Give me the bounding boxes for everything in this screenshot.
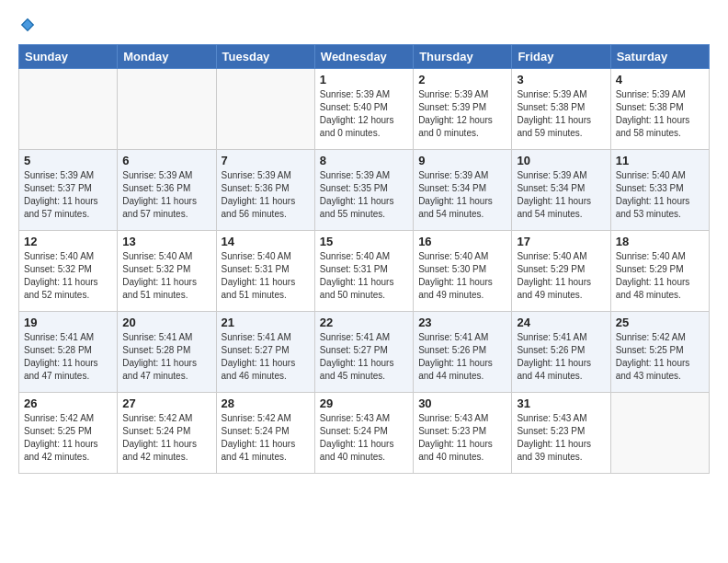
day-number: 4: [616, 73, 704, 86]
day-number: 2: [418, 73, 506, 86]
calendar-week-row: 5Sunrise: 5:39 AM Sunset: 5:37 PM Daylig…: [19, 150, 710, 231]
cell-info: Sunrise: 5:42 AM Sunset: 5:24 PM Dayligh…: [222, 412, 310, 464]
cell-info: Sunrise: 5:43 AM Sunset: 5:23 PM Dayligh…: [517, 412, 605, 464]
calendar-cell: 31Sunrise: 5:43 AM Sunset: 5:23 PM Dayli…: [512, 393, 610, 474]
calendar-cell: 13Sunrise: 5:40 AM Sunset: 5:32 PM Dayli…: [118, 231, 216, 312]
calendar-cell: [610, 393, 709, 474]
cell-info: Sunrise: 5:43 AM Sunset: 5:23 PM Dayligh…: [418, 412, 506, 464]
cell-info: Sunrise: 5:40 AM Sunset: 5:30 PM Dayligh…: [418, 250, 506, 302]
day-number: 21: [222, 316, 310, 329]
calendar-cell: 20Sunrise: 5:41 AM Sunset: 5:28 PM Dayli…: [118, 312, 216, 393]
cell-info: Sunrise: 5:40 AM Sunset: 5:32 PM Dayligh…: [24, 250, 112, 302]
page-header: [18, 18, 710, 35]
calendar-day-header: Saturday: [610, 45, 709, 69]
calendar-cell: 25Sunrise: 5:42 AM Sunset: 5:25 PM Dayli…: [610, 312, 709, 393]
calendar-cell: 4Sunrise: 5:39 AM Sunset: 5:38 PM Daylig…: [610, 69, 709, 150]
day-number: 31: [517, 396, 605, 410]
calendar-day-header: Friday: [512, 45, 610, 69]
cell-info: Sunrise: 5:39 AM Sunset: 5:37 PM Dayligh…: [24, 169, 112, 221]
cell-info: Sunrise: 5:40 AM Sunset: 5:31 PM Dayligh…: [320, 250, 408, 302]
cell-info: Sunrise: 5:39 AM Sunset: 5:36 PM Dayligh…: [222, 169, 310, 221]
cell-info: Sunrise: 5:39 AM Sunset: 5:38 PM Dayligh…: [616, 88, 704, 140]
calendar-cell: 15Sunrise: 5:40 AM Sunset: 5:31 PM Dayli…: [314, 231, 413, 312]
cell-info: Sunrise: 5:41 AM Sunset: 5:26 PM Dayligh…: [517, 331, 605, 383]
day-number: 6: [122, 154, 210, 167]
cell-info: Sunrise: 5:42 AM Sunset: 5:24 PM Dayligh…: [122, 412, 210, 464]
calendar-cell: 9Sunrise: 5:39 AM Sunset: 5:34 PM Daylig…: [414, 150, 512, 231]
day-number: 15: [320, 235, 408, 248]
cell-info: Sunrise: 5:40 AM Sunset: 5:33 PM Dayligh…: [616, 169, 704, 221]
svg-marker-1: [23, 20, 33, 30]
day-number: 16: [418, 235, 506, 248]
calendar-cell: 29Sunrise: 5:43 AM Sunset: 5:24 PM Dayli…: [314, 393, 413, 474]
calendar-cell: 1Sunrise: 5:39 AM Sunset: 5:40 PM Daylig…: [314, 69, 413, 150]
day-number: 29: [320, 396, 408, 410]
calendar-week-row: 12Sunrise: 5:40 AM Sunset: 5:32 PM Dayli…: [19, 231, 710, 312]
day-number: 10: [517, 154, 605, 167]
calendar-cell: 23Sunrise: 5:41 AM Sunset: 5:26 PM Dayli…: [414, 312, 512, 393]
day-number: 26: [24, 396, 112, 410]
calendar-week-row: 1Sunrise: 5:39 AM Sunset: 5:40 PM Daylig…: [19, 69, 710, 150]
cell-info: Sunrise: 5:40 AM Sunset: 5:29 PM Dayligh…: [517, 250, 605, 302]
calendar-day-header: Sunday: [19, 45, 118, 69]
calendar-table: SundayMondayTuesdayWednesdayThursdayFrid…: [18, 44, 710, 474]
calendar-cell: 8Sunrise: 5:39 AM Sunset: 5:35 PM Daylig…: [314, 150, 413, 231]
calendar-cell: 6Sunrise: 5:39 AM Sunset: 5:36 PM Daylig…: [118, 150, 216, 231]
calendar-week-row: 26Sunrise: 5:42 AM Sunset: 5:25 PM Dayli…: [19, 393, 710, 474]
calendar-cell: [118, 69, 216, 150]
calendar-cell: 30Sunrise: 5:43 AM Sunset: 5:23 PM Dayli…: [414, 393, 512, 474]
cell-info: Sunrise: 5:39 AM Sunset: 5:39 PM Dayligh…: [418, 88, 506, 140]
calendar-header-row: SundayMondayTuesdayWednesdayThursdayFrid…: [19, 45, 710, 69]
calendar-cell: 22Sunrise: 5:41 AM Sunset: 5:27 PM Dayli…: [314, 312, 413, 393]
day-number: 24: [517, 316, 605, 329]
day-number: 8: [320, 154, 408, 167]
calendar-cell: 24Sunrise: 5:41 AM Sunset: 5:26 PM Dayli…: [512, 312, 610, 393]
calendar-cell: 12Sunrise: 5:40 AM Sunset: 5:32 PM Dayli…: [19, 231, 118, 312]
calendar-cell: 10Sunrise: 5:39 AM Sunset: 5:34 PM Dayli…: [512, 150, 610, 231]
cell-info: Sunrise: 5:39 AM Sunset: 5:34 PM Dayligh…: [517, 169, 605, 221]
calendar-cell: 17Sunrise: 5:40 AM Sunset: 5:29 PM Dayli…: [512, 231, 610, 312]
day-number: 28: [222, 396, 310, 410]
cell-info: Sunrise: 5:40 AM Sunset: 5:29 PM Dayligh…: [616, 250, 704, 302]
calendar-week-row: 19Sunrise: 5:41 AM Sunset: 5:28 PM Dayli…: [19, 312, 710, 393]
cell-info: Sunrise: 5:42 AM Sunset: 5:25 PM Dayligh…: [616, 331, 704, 383]
calendar-day-header: Monday: [118, 45, 216, 69]
calendar-day-header: Wednesday: [314, 45, 413, 69]
calendar-cell: 11Sunrise: 5:40 AM Sunset: 5:33 PM Dayli…: [610, 150, 709, 231]
day-number: 18: [616, 235, 704, 248]
calendar-body: 1Sunrise: 5:39 AM Sunset: 5:40 PM Daylig…: [19, 69, 710, 474]
cell-info: Sunrise: 5:41 AM Sunset: 5:27 PM Dayligh…: [222, 331, 310, 383]
cell-info: Sunrise: 5:39 AM Sunset: 5:40 PM Dayligh…: [320, 88, 408, 140]
cell-info: Sunrise: 5:43 AM Sunset: 5:24 PM Dayligh…: [320, 412, 408, 464]
cell-info: Sunrise: 5:39 AM Sunset: 5:36 PM Dayligh…: [122, 169, 210, 221]
day-number: 25: [616, 316, 704, 329]
cell-info: Sunrise: 5:40 AM Sunset: 5:32 PM Dayligh…: [122, 250, 210, 302]
day-number: 11: [616, 154, 704, 167]
calendar-cell: 7Sunrise: 5:39 AM Sunset: 5:36 PM Daylig…: [216, 150, 314, 231]
day-number: 5: [24, 154, 112, 167]
day-number: 13: [122, 235, 210, 248]
cell-info: Sunrise: 5:41 AM Sunset: 5:26 PM Dayligh…: [418, 331, 506, 383]
logo-icon: [19, 17, 36, 33]
calendar-cell: 19Sunrise: 5:41 AM Sunset: 5:28 PM Dayli…: [19, 312, 118, 393]
logo: [18, 18, 37, 35]
day-number: 3: [517, 73, 605, 86]
day-number: 22: [320, 316, 408, 329]
cell-info: Sunrise: 5:39 AM Sunset: 5:35 PM Dayligh…: [320, 169, 408, 221]
calendar-day-header: Tuesday: [216, 45, 314, 69]
day-number: 19: [24, 316, 112, 329]
cell-info: Sunrise: 5:41 AM Sunset: 5:27 PM Dayligh…: [320, 331, 408, 383]
calendar-cell: 2Sunrise: 5:39 AM Sunset: 5:39 PM Daylig…: [414, 69, 512, 150]
day-number: 14: [222, 235, 310, 248]
calendar-day-header: Thursday: [414, 45, 512, 69]
day-number: 9: [418, 154, 506, 167]
day-number: 23: [418, 316, 506, 329]
day-number: 7: [222, 154, 310, 167]
day-number: 27: [122, 396, 210, 410]
cell-info: Sunrise: 5:41 AM Sunset: 5:28 PM Dayligh…: [24, 331, 112, 383]
day-number: 20: [122, 316, 210, 329]
calendar-cell: 16Sunrise: 5:40 AM Sunset: 5:30 PM Dayli…: [414, 231, 512, 312]
calendar-cell: 14Sunrise: 5:40 AM Sunset: 5:31 PM Dayli…: [216, 231, 314, 312]
calendar-cell: 26Sunrise: 5:42 AM Sunset: 5:25 PM Dayli…: [19, 393, 118, 474]
calendar-cell: 21Sunrise: 5:41 AM Sunset: 5:27 PM Dayli…: [216, 312, 314, 393]
